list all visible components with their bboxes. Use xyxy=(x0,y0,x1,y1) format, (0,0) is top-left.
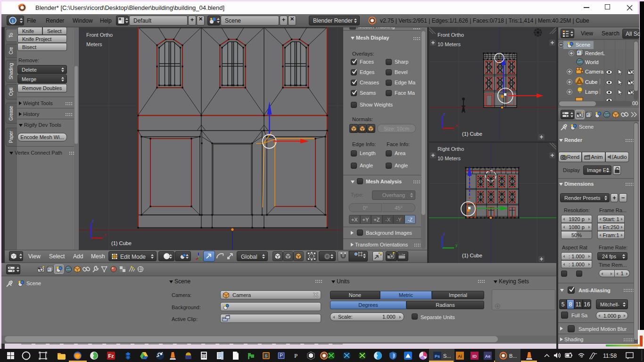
svg-text:Ps: Ps xyxy=(435,354,440,359)
svg-text:z: z xyxy=(443,231,446,236)
svg-text:i: i xyxy=(12,18,13,24)
svg-text:Ai: Ai xyxy=(458,354,462,359)
svg-text:z: z xyxy=(92,219,94,223)
svg-text:x: x xyxy=(104,232,107,237)
svg-text:Fz: Fz xyxy=(108,353,114,359)
svg-text:y: y xyxy=(455,243,458,247)
svg-text:z: z xyxy=(443,112,446,116)
svg-text:S: S xyxy=(264,354,267,358)
svg-text:P: P xyxy=(294,352,297,359)
svg-text:ID: ID xyxy=(472,354,477,359)
svg-text:x: x xyxy=(455,123,458,128)
svg-text:P: P xyxy=(280,353,283,358)
svg-text:Ae: Ae xyxy=(485,354,491,359)
